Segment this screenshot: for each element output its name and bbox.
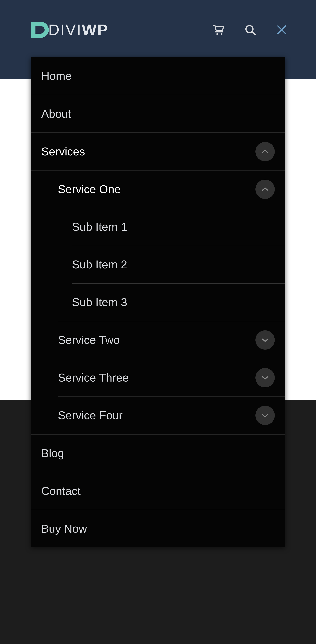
site-logo[interactable]: DIVIWP	[28, 19, 109, 40]
nav-item-sub-3[interactable]: Sub Item 3	[31, 283, 285, 321]
chevron-up-icon	[261, 187, 269, 192]
nav-label: Blog	[41, 447, 64, 460]
nav-label: Service Four	[58, 409, 123, 422]
header-inner: DIVIWP	[0, 19, 316, 40]
nav-label: Contact	[41, 484, 81, 498]
mobile-nav-menu: Home About Services Service One Sub Item…	[31, 57, 285, 547]
nav-item-home[interactable]: Home	[31, 57, 285, 95]
nav-label: Service Three	[58, 371, 129, 384]
nav-label: Sub Item 3	[72, 296, 127, 309]
header-icons	[212, 24, 288, 36]
nav-label: Services	[41, 145, 85, 158]
collapse-toggle[interactable]	[255, 180, 275, 199]
logo-text: DIVIWP	[48, 21, 109, 39]
search-icon[interactable]	[244, 24, 256, 36]
nav-item-blog[interactable]: Blog	[31, 434, 285, 472]
chevron-up-icon	[261, 149, 269, 154]
nav-item-service-three[interactable]: Service Three	[31, 359, 285, 396]
nav-item-contact[interactable]: Contact	[31, 472, 285, 510]
collapse-toggle[interactable]	[255, 142, 275, 161]
nav-item-service-four[interactable]: Service Four	[31, 396, 285, 434]
svg-line-4	[252, 32, 255, 35]
expand-toggle[interactable]	[255, 406, 275, 425]
nav-label: Service One	[58, 182, 121, 196]
nav-item-services[interactable]: Services	[31, 132, 285, 170]
nav-label: Sub Item 2	[72, 258, 127, 271]
nav-item-service-one[interactable]: Service One	[31, 170, 285, 208]
chevron-down-icon	[261, 413, 269, 418]
cart-icon[interactable]	[212, 24, 225, 36]
logo-text-regular: DIVI	[48, 21, 82, 38]
expand-toggle[interactable]	[255, 368, 275, 387]
nav-item-buy-now[interactable]: Buy Now	[31, 510, 285, 547]
nav-label: Service Two	[58, 333, 120, 346]
nav-label: About	[41, 107, 71, 120]
nav-item-service-two[interactable]: Service Two	[31, 321, 285, 359]
logo-mark-icon	[28, 19, 49, 40]
nav-label: Home	[41, 69, 72, 82]
close-icon[interactable]	[276, 24, 288, 36]
nav-item-about[interactable]: About	[31, 95, 285, 132]
logo-text-bold: WP	[82, 21, 109, 38]
nav-label: Buy Now	[41, 522, 87, 535]
chevron-down-icon	[261, 338, 269, 342]
chevron-down-icon	[261, 375, 269, 380]
nav-item-sub-2[interactable]: Sub Item 2	[31, 246, 285, 283]
expand-toggle[interactable]	[255, 330, 275, 350]
nav-label: Sub Item 1	[72, 220, 127, 233]
nav-item-sub-1[interactable]: Sub Item 1	[31, 208, 285, 246]
svg-point-2	[221, 33, 223, 35]
svg-point-1	[216, 33, 218, 35]
